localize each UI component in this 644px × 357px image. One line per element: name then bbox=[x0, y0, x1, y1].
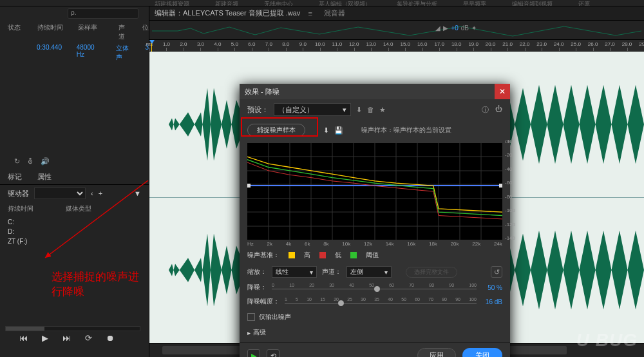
arrow-left-icon[interactable]: ‹ bbox=[91, 189, 93, 197]
pin-icon[interactable]: ✦ bbox=[471, 24, 477, 32]
save-sample-icon[interactable]: 💾 bbox=[334, 126, 343, 135]
gain-control[interactable]: ◢ ▶ +0 dB ✦ bbox=[435, 24, 477, 32]
slider-value: 16 dB bbox=[482, 298, 502, 305]
chevron-down-icon: ▾ bbox=[310, 269, 313, 276]
list-item[interactable]: ZT (F:) bbox=[8, 236, 141, 246]
driver-label: 驱动器 bbox=[8, 189, 29, 198]
editor-prefix: 编辑器： bbox=[155, 8, 183, 18]
info-icon[interactable]: ⓘ bbox=[482, 105, 489, 115]
loop-icon[interactable]: ⟳ bbox=[85, 333, 92, 343]
gain-icon: ◢ bbox=[435, 24, 440, 32]
spectrum-graph[interactable]: dB-20-40-60-80-100-120-140 bbox=[247, 143, 502, 240]
svg-rect-21 bbox=[499, 184, 502, 188]
preset-label: 预设： bbox=[247, 105, 269, 115]
tab-markers[interactable]: 标记 bbox=[8, 172, 22, 182]
advanced-toggle[interactable]: ▸ 高级 bbox=[240, 325, 510, 340]
watermark: U BUG bbox=[576, 330, 638, 351]
left-panel: ρ. 状态持续时间采样率声道位 0:30.44048000 Hz立体声3 ↻ ⛢… bbox=[0, 6, 149, 357]
reset-icon[interactable]: ↺ bbox=[491, 266, 502, 278]
chevron-down-icon: ▾ bbox=[384, 269, 388, 276]
list-item[interactable]: D: bbox=[8, 227, 141, 236]
panel-tool-row: ↻ ⛢ 🔊 bbox=[0, 153, 149, 169]
tab-properties[interactable]: 属性 bbox=[37, 172, 52, 182]
noise-reduction-slider[interactable]: 降噪： 0102030405060708090100 50 % bbox=[240, 280, 510, 294]
power-icon[interactable]: ⏻ bbox=[495, 105, 502, 115]
transport-controls: ⏮ ▶ ⏭ ⟳ ⏺ bbox=[19, 333, 115, 343]
import-sample-icon[interactable]: ⬇ bbox=[323, 126, 329, 135]
search-input[interactable]: ρ. bbox=[68, 8, 138, 19]
next-icon[interactable]: ⏭ bbox=[62, 333, 71, 343]
tab-mixer[interactable]: 混音器 bbox=[324, 8, 345, 18]
channel-label: 声道： bbox=[322, 267, 341, 276]
close-button[interactable]: 关闭 bbox=[462, 348, 502, 357]
editor-filename: ALLEYCATS Teaser 音频已提取 .wav bbox=[183, 8, 300, 18]
close-icon[interactable]: ✕ bbox=[495, 84, 510, 99]
panel-tabs: 标记 属性 bbox=[0, 169, 149, 185]
refresh-icon[interactable]: ↻ bbox=[14, 157, 20, 166]
noise-reduction-dialog: 效果 - 降噪 ✕ 预设： （自定义）▾ ⬇ 🗑 ★ ⓘ ⏻ 捕捉噪声样本 ⬇ … bbox=[240, 84, 510, 357]
tab-menu-icon[interactable]: ≡ bbox=[308, 10, 312, 17]
gain-unit: dB bbox=[461, 24, 469, 32]
folder-icon[interactable]: ⛢ bbox=[28, 157, 33, 166]
overview-bar: ◢ ▶ +0 dB ✦ bbox=[149, 21, 644, 40]
spectrum-x-axis: Hz2k4k6k8k10k12k14k16k18k20k22k24k bbox=[240, 240, 510, 247]
reduce-by-slider[interactable]: 降噪幅度： 15101520253035405060708090100 16 d… bbox=[240, 294, 510, 309]
speaker-icon[interactable]: 🔊 bbox=[41, 157, 50, 166]
prev-icon[interactable]: ⏮ bbox=[19, 333, 28, 343]
app-menubar: 新建视频资源新建音频无线电中心基人编辑（双视频）每导处理与分析早早频率编辑音频到… bbox=[0, 0, 644, 6]
annotation-text: 选择捕捉的噪声进行降噪 bbox=[52, 269, 149, 299]
filter-icon[interactable]: ▼ bbox=[134, 189, 141, 197]
add-icon[interactable]: + bbox=[99, 189, 102, 197]
drive-list: C: D: ZT (F:) bbox=[0, 216, 149, 247]
slider-value: 50 % bbox=[482, 284, 502, 291]
editor-titlebar: 编辑器： ALLEYCATS Teaser 音频已提取 .wav ≡ 混音器 bbox=[149, 6, 644, 21]
play-icon[interactable]: ▶ bbox=[42, 333, 48, 343]
select-full-file-button[interactable]: 选择完整文件 bbox=[406, 267, 457, 278]
apply-button[interactable]: 应用 bbox=[417, 348, 456, 357]
drive-columns: 持续时间媒体类型 bbox=[0, 202, 149, 216]
noise-sample-label: 噪声样本：噪声样本的当前设置 bbox=[361, 126, 451, 135]
svg-rect-20 bbox=[247, 184, 251, 188]
chevron-down-icon: ▾ bbox=[343, 106, 346, 114]
svg-rect-1 bbox=[152, 24, 641, 37]
time-ruler[interactable]: ms1.02.03.04.05.06.07.08.09.010.011.012.… bbox=[149, 40, 644, 52]
channel-select[interactable]: 左侧▾ bbox=[346, 266, 392, 278]
dialog-title: 效果 - 降噪 bbox=[245, 87, 279, 97]
favorite-icon[interactable]: ★ bbox=[379, 106, 386, 114]
legend: 噪声基准： 高 低 阈值 bbox=[240, 247, 510, 264]
overview-waveform[interactable] bbox=[152, 24, 641, 37]
chevron-right-icon: ▸ bbox=[247, 329, 251, 336]
record-icon[interactable]: ⏺ bbox=[106, 333, 115, 343]
import-preset-icon[interactable]: ⬇ bbox=[356, 106, 362, 114]
filelist-header: 状态持续时间采样率声道位 bbox=[0, 21, 149, 43]
delete-preset-icon[interactable]: 🗑 bbox=[367, 106, 374, 113]
preset-select[interactable]: （自定义）▾ bbox=[274, 103, 351, 116]
driver-select[interactable] bbox=[34, 188, 86, 199]
left-scrollbar[interactable] bbox=[5, 326, 140, 331]
filelist-row[interactable]: 0:30.44048000 Hz立体声3 bbox=[0, 43, 149, 63]
dialog-titlebar[interactable]: 效果 - 降噪 ✕ bbox=[240, 84, 510, 99]
output-noise-only-checkbox[interactable] bbox=[247, 313, 255, 321]
checkbox-label: 仅输出噪声 bbox=[259, 313, 291, 322]
preview-loop-button[interactable]: ⟲ bbox=[267, 349, 279, 358]
gain-value: +0 bbox=[451, 24, 458, 32]
annotation-highlight bbox=[241, 117, 318, 137]
mini-play-icon[interactable]: ▶ bbox=[443, 24, 448, 32]
preview-play-button[interactable]: ▶ bbox=[247, 349, 260, 358]
scale-select[interactable]: 线性▾ bbox=[272, 266, 317, 278]
scale-label: 缩放： bbox=[247, 267, 267, 276]
list-item[interactable]: C: bbox=[8, 217, 141, 227]
